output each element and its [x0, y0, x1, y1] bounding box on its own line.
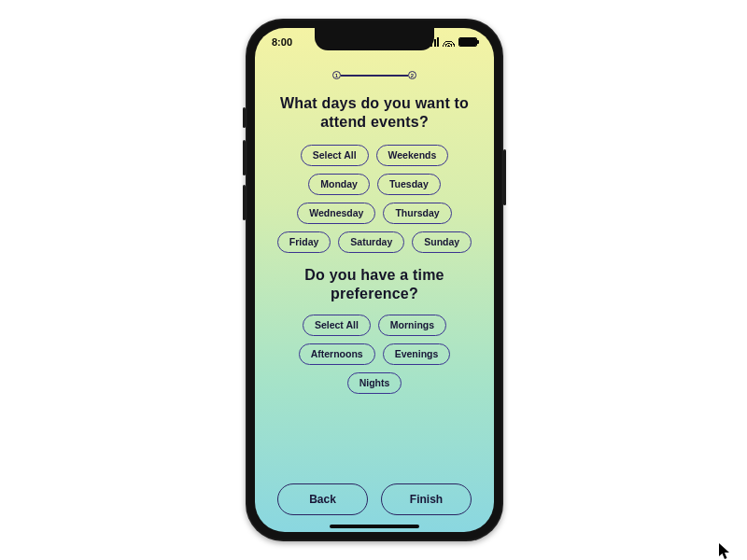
phone-screen: 8:00 1 2 What days do you want to attend…	[255, 28, 494, 532]
chip-sunday[interactable]: Sunday	[412, 231, 472, 253]
side-button	[503, 149, 506, 205]
side-button	[243, 107, 246, 128]
chip-afternoons[interactable]: Afternoons	[299, 343, 375, 365]
chip-evenings[interactable]: Evenings	[383, 343, 451, 365]
content: 1 2 What days do you want to attend even…	[255, 60, 494, 521]
chip-select-all-times[interactable]: Select All	[303, 315, 371, 336]
chip-saturday[interactable]: Saturday	[338, 231, 404, 253]
cursor-icon	[719, 543, 732, 560]
status-time: 8:00	[272, 36, 292, 48]
progress-bar	[341, 75, 408, 77]
back-button[interactable]: Back	[277, 483, 368, 515]
battery-icon	[458, 37, 477, 47]
home-indicator[interactable]	[330, 525, 419, 528]
progress-step-1: 1	[332, 71, 341, 79]
question-time: Do you have a time preference?	[270, 266, 479, 303]
notch	[315, 28, 434, 50]
status-right	[428, 37, 478, 47]
phone-frame: 8:00 1 2 What days do you want to attend…	[246, 19, 503, 541]
chip-mornings[interactable]: Mornings	[378, 315, 446, 336]
chip-friday[interactable]: Friday	[277, 231, 331, 253]
footer-nav: Back Finish	[270, 483, 479, 521]
finish-button[interactable]: Finish	[381, 483, 472, 515]
chip-weekends[interactable]: Weekends	[376, 145, 449, 166]
progress-indicator: 1 2	[332, 71, 416, 79]
chip-thursday[interactable]: Thursday	[383, 203, 451, 224]
wifi-icon	[443, 37, 455, 47]
progress-step-2: 2	[408, 71, 416, 79]
chip-select-all-days[interactable]: Select All	[301, 145, 369, 166]
chip-tuesday[interactable]: Tuesday	[377, 174, 441, 195]
question-days: What days do you want to attend events?	[270, 94, 479, 132]
chip-wednesday[interactable]: Wednesday	[297, 203, 375, 224]
chips-days: Select All Weekends Monday Tuesday Wedne…	[270, 145, 479, 253]
side-button	[243, 185, 246, 220]
side-button	[243, 140, 246, 175]
chips-time: Select All Mornings Afternoons Evenings …	[270, 315, 479, 394]
chip-monday[interactable]: Monday	[308, 174, 370, 195]
chip-nights[interactable]: Nights	[347, 372, 402, 394]
